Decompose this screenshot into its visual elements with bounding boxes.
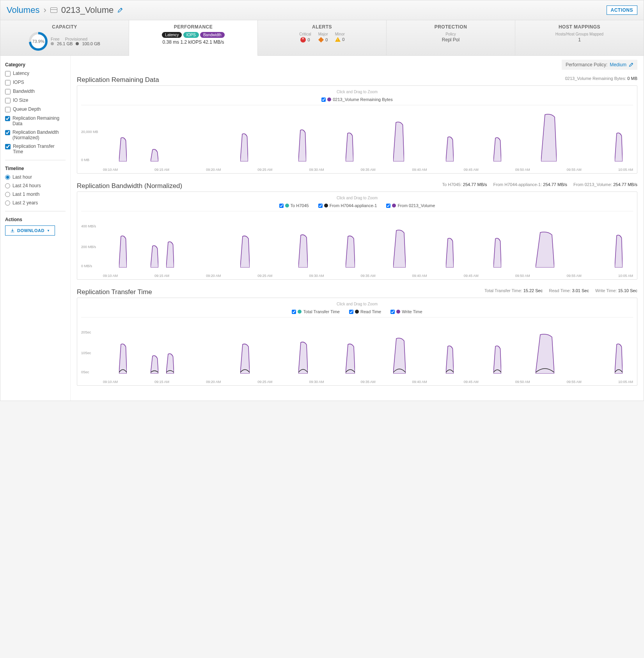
legend-item[interactable]: From H7044-appliance-1 — [318, 203, 377, 208]
zoom-hint: Click and Drag to Zoom — [81, 194, 633, 202]
critical-icon — [300, 37, 306, 43]
legend-item[interactable]: Read Time — [349, 309, 381, 314]
caret-down-icon: ▼ — [47, 229, 50, 232]
page-header: Volumes › 0213_Volume ACTIONS — [0, 0, 644, 20]
category-iops[interactable]: IOPS — [5, 80, 66, 85]
category-latency[interactable]: Latency — [5, 71, 66, 76]
tab-title: HOST MAPPINGS — [518, 24, 640, 30]
breadcrumb-root[interactable]: Volumes — [7, 5, 39, 15]
category-replication-remaining-data[interactable]: Replication Remaining Data — [5, 115, 66, 126]
category-heading: Category — [5, 62, 66, 67]
dot-icon — [76, 42, 79, 45]
legend-item[interactable]: Total Transfer Time — [292, 309, 340, 314]
chart-replication-bandwidth: Replication Bandwidth (Normalized) To H7… — [77, 182, 637, 280]
download-icon — [10, 228, 15, 233]
timeline-last-24-hours[interactable]: Last 24 hours — [5, 183, 66, 188]
performance-values: 0.38 ms 1.2 kIOPS 42.1 MB/s — [132, 39, 254, 45]
dot-icon — [51, 42, 54, 45]
zoom-hint: Click and Drag to Zoom — [81, 300, 633, 308]
tab-protection[interactable]: PROTECTION PolicyRepl Pol — [387, 20, 515, 55]
tab-strip: CAPACITY 73.9% FreeProvisioned 26.1 GB10… — [0, 20, 644, 56]
main-content: Performance Policy: Medium Replication R… — [71, 56, 644, 401]
legend-item[interactable]: 0213_Volume Remaining Bytes — [321, 97, 392, 102]
chart-plot[interactable]: 400 MB/s 200 MB/s 0 MB/s — [81, 215, 633, 273]
latency-pill: Latency — [162, 32, 182, 38]
timeline-heading: Timeline — [5, 166, 66, 171]
chart-replication-remaining: Replication Remaining Data 0213_Volume R… — [77, 76, 637, 174]
tab-alerts[interactable]: ALERTS Critical0 Major0 Minor0 — [258, 20, 387, 55]
edit-icon[interactable] — [117, 7, 123, 13]
tab-capacity[interactable]: CAPACITY 73.9% FreeProvisioned 26.1 GB10… — [0, 20, 129, 55]
zoom-hint: Click and Drag to Zoom — [81, 88, 633, 96]
chart-title: Replication Transfer Time — [77, 288, 152, 296]
breadcrumb-name: 0213_Volume — [61, 5, 114, 15]
download-button[interactable]: DOWNLOAD ▼ — [5, 225, 55, 236]
actions-heading: Actions — [5, 217, 66, 222]
tab-host-mappings[interactable]: HOST MAPPINGS Hosts/Host Groups Mapped1 — [515, 20, 644, 55]
iops-pill: IOPS — [183, 32, 199, 38]
chart-replication-transfer-time: Replication Transfer Time Total Transfer… — [77, 288, 637, 386]
edit-icon[interactable] — [629, 62, 633, 67]
sidebar: Category LatencyIOPSBandwidthIO SizeQueu… — [0, 56, 71, 401]
minor-icon — [335, 37, 341, 42]
timeline-last-1-month[interactable]: Last 1 month — [5, 192, 66, 197]
legend-item[interactable]: To H7045 — [279, 203, 309, 208]
chevron-right-icon: › — [43, 5, 46, 15]
category-replication-transfer-time[interactable]: Replication Transfer Time — [5, 144, 66, 154]
actions-button[interactable]: ACTIONS — [607, 5, 638, 15]
category-queue-depth[interactable]: Queue Depth — [5, 106, 66, 112]
tab-title: PROTECTION — [390, 24, 512, 30]
bandwidth-pill: Bandwidth — [200, 32, 225, 38]
legend-item[interactable]: From 0213_Volume — [386, 203, 435, 208]
tab-performance[interactable]: PERFORMANCE Latency IOPS Bandwidth 0.38 … — [129, 20, 258, 56]
chart-title: Replication Bandwidth (Normalized) — [77, 182, 182, 190]
policy-value[interactable]: Medium — [610, 62, 626, 67]
chart-plot[interactable]: 20,000 MB 0 MB — [81, 108, 633, 167]
category-replication-bandwidth-normalized-[interactable]: Replication Bandwidth (Normalized) — [5, 129, 66, 140]
timeline-last-2-years[interactable]: Last 2 years — [5, 200, 66, 206]
capacity-donut: 73.9% — [29, 32, 48, 51]
timeline-last-hour[interactable]: Last hour — [5, 174, 66, 180]
performance-policy-bar: Performance Policy: Medium — [562, 60, 637, 70]
legend-item[interactable]: Write Time — [390, 309, 422, 314]
chart-plot[interactable]: 20Sec 10Sec 0Sec — [81, 321, 633, 379]
category-bandwidth[interactable]: Bandwidth — [5, 89, 66, 94]
volume-icon — [50, 7, 57, 13]
major-icon — [318, 37, 324, 43]
category-io-size[interactable]: IO Size — [5, 98, 66, 103]
chart-title: Replication Remaining Data — [77, 76, 159, 84]
tab-title: ALERTS — [261, 24, 383, 30]
tab-title: PERFORMANCE — [132, 24, 254, 30]
tab-title: CAPACITY — [4, 24, 126, 30]
breadcrumb: Volumes › 0213_Volume — [7, 5, 123, 15]
